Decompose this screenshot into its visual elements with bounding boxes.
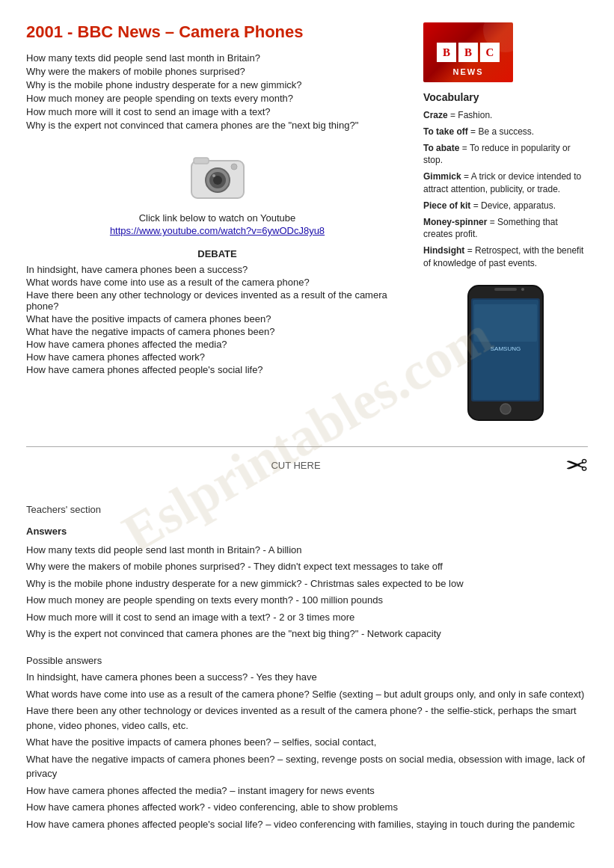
answer-item: Why is the expert not convinced that cam… [26,627,588,641]
vocab-item: To take off = Be a success. [423,126,588,138]
bbc-b2: B [458,43,478,62]
question-item: How much more will it cost to send an im… [26,106,408,117]
vocab-item: Hindsight = Retrospect, with the benefit… [423,244,588,270]
debate-question-item: Have there been any other technology or … [26,289,408,312]
debate-question-item: What have the negative impacts of camera… [26,326,408,337]
svg-point-5 [212,174,215,177]
top-section: 2001 - BBC News – Camera Phones How many… [26,22,588,424]
debate-question-item: How have camera phones affected people's… [26,364,408,375]
svg-rect-13 [494,288,517,291]
question-item: Why were the makers of mobile phones sur… [26,66,408,77]
vocab-term: Gimmick [423,171,461,182]
svg-point-14 [521,288,524,291]
debate-question-item: How have camera phones affected the medi… [26,339,408,350]
answers-title: Answers [26,526,588,537]
bbc-news-text: NEWS [423,67,513,76]
question-item: Why is the mobile phone industry despera… [26,79,408,90]
answer-item: How many texts did people send last mont… [26,543,588,558]
svg-rect-11 [474,304,537,342]
debate-question-item: In hindsight, have camera phones been a … [26,264,408,275]
vocab-term: Craze [423,110,448,120]
vocab-item: To abate = To reduce in popularity or st… [423,142,588,167]
right-panel: B B C NEWS Vocabulary Craze = Fashion.To… [423,22,588,424]
phone-illustration: SAMSUNG [461,282,550,424]
vocab-item: Gimmick = A trick or device intended to … [423,170,588,196]
youtube-link[interactable]: https://www.youtube.com/watch?v=6ywODcJ8… [110,225,325,236]
svg-text:SAMSUNG: SAMSUNG [491,345,521,352]
possible-answers-content: In hindsight, have camera phones been a … [26,670,588,831]
cut-here-label: CUT HERE [26,460,565,471]
vocab-term: Hindsight [423,245,464,256]
possible-answer-item: What have the negative impacts of camera… [26,752,588,781]
possible-answer-item: What words have come into use as a resul… [26,687,588,702]
vocab-item: Piece of kit = Device, apparatus. [423,200,588,212]
possible-answer-item: How have camera phones affected the medi… [26,784,588,798]
possible-answer-item: In hindsight, have camera phones been a … [26,670,588,685]
vocab-title: Vocabulary [423,91,588,103]
question-item: How many texts did people send last mont… [26,52,408,64]
youtube-label: Click link below to watch on Youtube [26,212,408,224]
answer-item: Why is the mobile phone industry despera… [26,576,588,591]
possible-answers-section: Possible answers In hindsight, have came… [26,653,588,832]
vocab-term: To abate [423,143,459,153]
possible-answers-label: Possible answers [26,653,588,668]
vocab-item: Craze = Fashion. [423,109,588,122]
debate-title: DEBATE [26,248,408,259]
possible-answer-item: Have there been any other technology or … [26,704,588,733]
bbc-b1: B [437,43,456,62]
possible-answer-item: How have camera phones affected people's… [26,817,588,832]
page-title: 2001 - BBC News – Camera Phones [26,22,408,42]
vocab-term: To take off [423,126,468,137]
debate-question-item: What words have come into use as a resul… [26,277,408,288]
teachers-section: Teachers' section Answers How many texts… [26,504,588,832]
cut-divider: CUT HERE ✂ [26,446,588,481]
debate-question-item: How have camera phones affected work? [26,351,408,363]
answer-item: Why were the makers of mobile phones sur… [26,559,588,574]
youtube-section: Click link below to watch on Youtube htt… [26,212,408,236]
question-item: How much money are people spending on te… [26,93,408,104]
possible-answer-item: What have the positive impacts of camera… [26,735,588,750]
camera-icon-area [26,146,408,208]
possible-answer-item: How have camera phones affected work? - … [26,800,588,815]
questions-list: How many texts did people send last mont… [26,52,408,131]
svg-rect-1 [194,158,209,164]
debate-question-item: What have the positive impacts of camera… [26,313,408,324]
answer-item: How much more will it cost to send an im… [26,610,588,625]
debate-questions: In hindsight, have camera phones been a … [26,264,408,375]
vocab-term: Piece of kit [423,200,470,211]
answer-item: How much money are people spending on te… [26,593,588,608]
camera-icon [188,146,248,206]
vocab-item: Money-spinner = Something that creates p… [423,216,588,241]
scissors-icon: ✂ [565,450,588,481]
vocab-list: Craze = Fashion.To take off = Be a succe… [423,109,588,270]
bbc-logo: B B C NEWS [423,22,513,82]
divider-line-left [26,446,588,447]
question-item: Why is the expert not convinced that cam… [26,120,408,131]
answers-content: How many texts did people send last mont… [26,543,588,641]
vocab-term: Money-spinner [423,217,487,227]
main-content: 2001 - BBC News – Camera Phones How many… [26,22,423,387]
debate-section: DEBATE In hindsight, have camera phones … [26,248,408,375]
svg-point-6 [231,164,237,170]
svg-point-12 [500,404,511,414]
teachers-label: Teachers' section [26,504,588,515]
